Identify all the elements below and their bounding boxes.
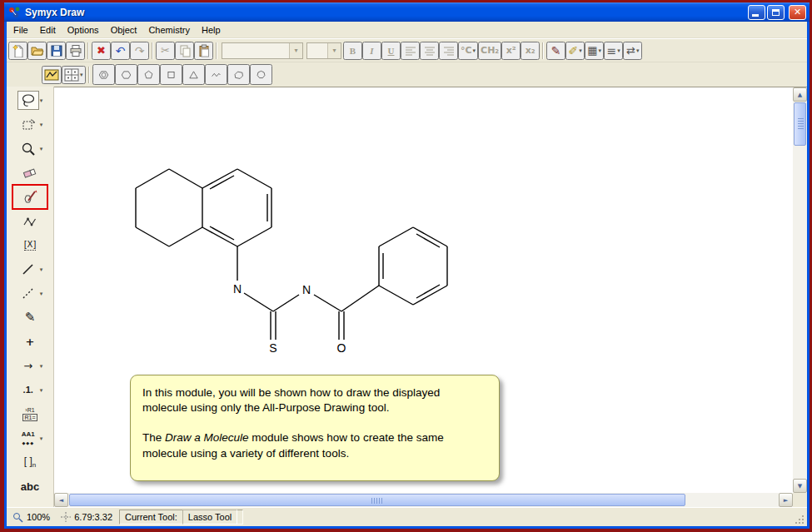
scroll-left-button[interactable]: ◄	[54, 493, 68, 507]
printer-icon	[69, 44, 82, 57]
all-purpose-drawing-tool[interactable]	[19, 187, 41, 206]
chevron-down-icon: ▾	[40, 435, 43, 442]
underline-button[interactable]: U	[381, 42, 401, 60]
menu-chemistry[interactable]: Chemistry	[142, 22, 196, 37]
font-size-combo[interactable]: ▾	[306, 42, 341, 59]
print-button[interactable]	[66, 42, 85, 60]
horizontal-scrollbar[interactable]: ◄ ►	[54, 493, 793, 507]
align-left-button[interactable]	[401, 42, 420, 60]
paste-button[interactable]	[194, 42, 213, 60]
cyclopropane-template-button[interactable]	[182, 64, 205, 85]
vertical-scrollbar[interactable]: ▲ ▼	[793, 87, 807, 493]
periodic-table-button[interactable]	[42, 66, 62, 84]
clipboard-icon	[197, 44, 211, 57]
lasso-tool[interactable]: ▾	[17, 91, 43, 110]
cyclohexane-template-button[interactable]	[115, 64, 137, 85]
atom-query-icon: [X]	[24, 241, 37, 251]
eraser-icon	[22, 166, 37, 181]
minimize-button[interactable]	[748, 5, 765, 20]
subscript-button[interactable]: x₂	[521, 42, 540, 60]
copy-button[interactable]	[175, 42, 194, 60]
chain-tool[interactable]	[19, 211, 41, 231]
coordinates-section: 6.79:3.32	[57, 510, 117, 525]
arrow-style-button[interactable]: ⇄▾	[623, 42, 642, 60]
cyclopentane-template-button[interactable]	[137, 64, 160, 85]
italic-icon: I	[370, 46, 373, 56]
menu-file[interactable]: File	[7, 22, 34, 37]
chevron-down-icon: ▾	[40, 266, 43, 273]
menu-object[interactable]: Object	[105, 22, 143, 37]
line-style-button[interactable]: ≡▾	[604, 42, 623, 60]
dashed-bond-tool[interactable]: ▾	[17, 284, 43, 303]
bracket-tool[interactable]: [ ]n	[19, 453, 41, 472]
chevron-down-icon: ▾	[40, 97, 43, 104]
bold-button[interactable]: B	[343, 42, 362, 60]
underline-icon: U	[388, 46, 395, 56]
ch2-button[interactable]: CH₂	[478, 42, 501, 60]
atom-numbering-tool[interactable]: .1. ▾	[17, 380, 43, 400]
note-text: The	[142, 431, 165, 444]
open-button[interactable]	[27, 42, 47, 60]
crosshair-icon	[61, 512, 71, 522]
redo-button[interactable]: ↷	[130, 42, 149, 60]
zoom-status-icon	[12, 512, 23, 523]
charge-plus-tool[interactable]: +	[19, 332, 41, 351]
toolbar-separator	[216, 42, 217, 59]
pen-color-button[interactable]: ✎	[546, 42, 565, 60]
chain-template-button[interactable]	[205, 64, 227, 85]
rgroup-tool[interactable]: ›R1R1=	[19, 405, 41, 424]
italic-button[interactable]: I	[362, 42, 381, 60]
cut-button[interactable]: ✂	[156, 42, 175, 60]
undo-button[interactable]: ↶	[111, 42, 130, 60]
status-bar: 100% 6.79:3.32 Current Tool: Lasso Tool	[7, 507, 807, 526]
marker-tool[interactable]: ✎	[19, 308, 41, 327]
atom-query-tool[interactable]: [X]	[19, 236, 41, 255]
menu-options[interactable]: Options	[62, 22, 105, 37]
save-button[interactable]	[47, 42, 66, 60]
menu-bar: File Edit Options Object Chemistry Help	[7, 22, 807, 38]
align-right-button[interactable]	[439, 42, 458, 60]
resize-grip[interactable]	[793, 513, 805, 525]
sequence-diamonds-icon: ◆◆◆	[22, 440, 34, 445]
template-grid-button[interactable]: ▾	[62, 66, 86, 84]
reaction-arrow-tool[interactable]: → ▾	[17, 356, 43, 375]
align-center-button[interactable]	[420, 42, 439, 60]
maximize-button[interactable]	[767, 5, 785, 20]
symyx-draw-window: Symyx Draw ✕ File Edit Options Object Ch…	[0, 0, 812, 532]
scroll-up-button[interactable]: ▲	[793, 87, 807, 102]
zoom-tool[interactable]: ▾	[17, 139, 43, 158]
highlighter-button[interactable]: ✐▾	[565, 42, 585, 60]
ch2-icon: CH₂	[481, 45, 499, 56]
chain-icon	[212, 66, 221, 84]
benzene-template-button[interactable]	[92, 64, 115, 85]
menu-edit[interactable]: Edit	[34, 22, 62, 37]
chevron-down-icon: ▾	[40, 122, 43, 128]
scroll-down-button[interactable]: ▼	[793, 479, 807, 493]
plus-icon: +	[26, 336, 35, 347]
chair-cyclohexane-template-button[interactable]	[227, 64, 250, 85]
grid-icon: ▦	[587, 44, 597, 57]
eraser-tool[interactable]	[19, 163, 41, 182]
svg-text:S: S	[269, 341, 276, 355]
delete-button[interactable]: ✖	[92, 42, 111, 60]
chair-cyclohexane-icon	[234, 66, 243, 84]
sequence-tool[interactable]: AA1◆◆◆ ▾	[17, 429, 43, 448]
font-family-combo[interactable]: ▾	[222, 42, 303, 59]
degree-symbol-button[interactable]: °C▾	[458, 42, 478, 60]
new-button[interactable]	[8, 42, 27, 60]
select-rotate-tool[interactable]: ▾	[17, 115, 43, 134]
close-button[interactable]: ✕	[789, 5, 806, 20]
single-bond-tool[interactable]: ▾	[17, 260, 43, 279]
menu-help[interactable]: Help	[196, 22, 227, 37]
text-tool[interactable]: abc	[19, 477, 41, 496]
cyclobutane-template-button[interactable]	[160, 64, 182, 85]
toolbar-separator	[152, 42, 153, 59]
subscript-icon: x₂	[526, 45, 536, 56]
cycloheptane-template-button[interactable]	[250, 64, 272, 85]
scroll-right-button[interactable]: ►	[779, 493, 793, 507]
drawing-canvas[interactable]: NSNO In this module, you will be shown h…	[54, 87, 807, 507]
superscript-button[interactable]: x²	[501, 42, 521, 60]
horizontal-scroll-thumb[interactable]	[69, 494, 685, 506]
table-button[interactable]: ▦▾	[585, 42, 604, 60]
vertical-scroll-thumb[interactable]	[794, 102, 806, 146]
